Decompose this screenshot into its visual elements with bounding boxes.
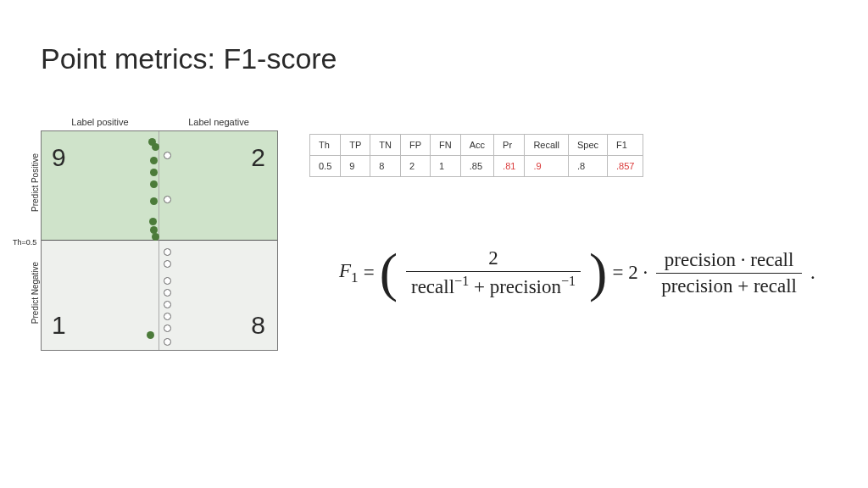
cell-pr: .81 [494, 156, 525, 177]
cell-tp: 9 [341, 156, 370, 177]
dot-neg [164, 196, 171, 203]
cell-recall: .9 [525, 156, 569, 177]
cell-acc: .85 [460, 156, 493, 177]
dot-neg [164, 313, 171, 320]
col-th: Th [310, 135, 341, 156]
cell-fn: 1 [431, 156, 461, 177]
dot-neg [164, 152, 171, 159]
cell-fp: 2 [401, 156, 431, 177]
dot-pos [149, 218, 157, 225]
formula-fraction-2: precision · recall precision + recall [656, 249, 802, 297]
dot-neg [164, 260, 171, 268]
label-predict-negative: Predict Negative [31, 251, 40, 336]
cell-f1: .857 [608, 156, 643, 177]
dot-pos [147, 331, 154, 339]
page-title: Point metrics: F1-score [41, 42, 337, 75]
frac1-num: 2 [483, 247, 504, 271]
formula-eq2: = 2 · [612, 262, 648, 284]
count-tp: 9 [52, 143, 66, 172]
col-fn: FN [431, 135, 461, 156]
dot-neg [164, 248, 171, 256]
threshold-label: Th=0.5 [13, 238, 36, 247]
dot-neg [164, 338, 171, 346]
col-acc: Acc [460, 135, 493, 156]
count-tn: 8 [251, 311, 265, 340]
col-tn: TN [370, 135, 401, 156]
metrics-table: Th TP TN FP FN Acc Pr Recall Spec F1 0.5… [309, 134, 643, 177]
col-f1: F1 [608, 135, 643, 156]
dot-neg [164, 289, 171, 297]
dot-pos [150, 180, 158, 188]
formula-fraction-1: 2 recall−1 + precision−1 [406, 247, 581, 298]
dot-neg [164, 301, 171, 308]
dot-pos [152, 233, 159, 241]
count-fn: 1 [52, 311, 66, 340]
formula-eq1: = [364, 262, 375, 284]
frac2-den: precision + recall [656, 273, 802, 297]
col-spec: Spec [568, 135, 607, 156]
cm-column-labels: Label positive Label negative [41, 117, 278, 127]
table-row: 0.5 9 8 2 1 .85 .81 .9 .8 .857 [310, 156, 643, 177]
dot-neg [164, 324, 171, 332]
paren-close-icon: ) [589, 246, 607, 300]
cell-spec: .8 [568, 156, 607, 177]
col-fp: FP [401, 135, 431, 156]
dot-pos [152, 143, 159, 151]
col-tp: TP [341, 135, 370, 156]
cell-tn: 8 [370, 156, 401, 177]
formula-period: . [810, 262, 815, 284]
dot-pos [150, 157, 158, 164]
frac1-den: recall−1 + precision−1 [406, 271, 581, 298]
dot-pos [150, 197, 158, 205]
count-fp: 2 [251, 143, 265, 172]
table-header-row: Th TP TN FP FN Acc Pr Recall Spec F1 [310, 135, 643, 156]
cell-th: 0.5 [310, 156, 341, 177]
confusion-matrix: Label positive Label negative 9 2 1 8 Pr… [41, 117, 278, 351]
dot-pos [150, 169, 158, 176]
cm-box: 9 2 1 8 Predict Positive Predict Negativ… [41, 130, 278, 351]
paren-open-icon: ( [380, 246, 398, 300]
label-positive: Label positive [41, 117, 159, 127]
label-predict-positive: Predict Positive [31, 141, 40, 225]
f1-formula: F1 = ( 2 recall−1 + precision−1 ) = 2 · … [339, 246, 815, 300]
label-negative: Label negative [159, 117, 278, 127]
col-pr: Pr [494, 135, 525, 156]
dot-neg [164, 277, 171, 285]
frac2-num: precision · recall [659, 249, 799, 273]
formula-lhs: F1 [339, 260, 359, 286]
col-recall: Recall [525, 135, 569, 156]
